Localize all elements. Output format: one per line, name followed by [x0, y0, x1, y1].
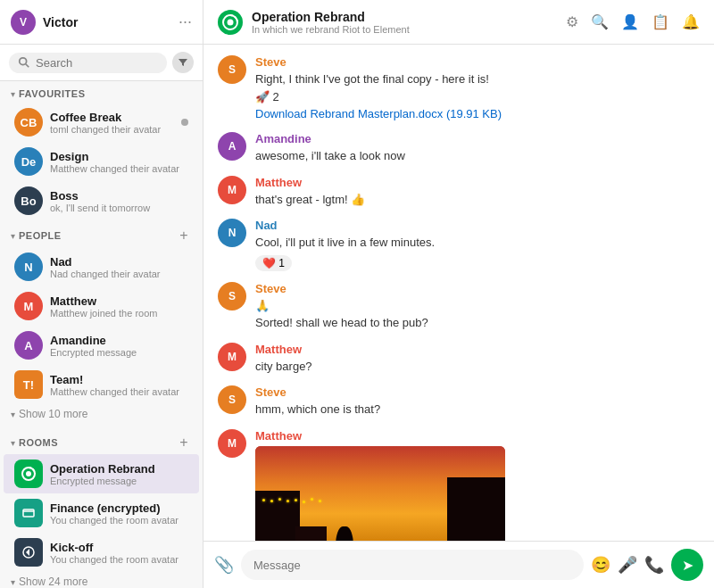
room-name: Design: [50, 150, 188, 163]
avatar: V: [11, 10, 36, 35]
send-icon: ➤: [682, 557, 693, 574]
emoji-icon[interactable]: 😊: [591, 555, 610, 575]
room-info: Coffee Break toml changed their avatar: [50, 111, 181, 135]
chat-messages: S Steve Right, I think I've got the fina…: [203, 45, 714, 541]
room-preview: Matthew changed their avatar: [50, 163, 188, 174]
svg-point-7: [228, 19, 234, 25]
user-header: V Victor ···: [0, 0, 203, 45]
file-link[interactable]: Download Rebrand Masterplan.docx (19.91 …: [255, 107, 502, 120]
show-more-people-label: Show 10 more: [19, 408, 87, 420]
message-image[interactable]: [255, 446, 505, 542]
list-item[interactable]: Kick-off You changed the room avatar: [4, 533, 199, 572]
avatar: [14, 460, 43, 488]
msg-text: Sorted! shall we head to the pub?: [255, 314, 700, 332]
msg-sender: Matthew: [255, 343, 700, 356]
msg-body: Matthew city barge?: [255, 343, 700, 376]
search-chat-icon[interactable]: 🔍: [591, 13, 609, 30]
list-item[interactable]: A Amandine Encrypted message: [4, 326, 199, 365]
files-icon[interactable]: 📋: [652, 13, 669, 30]
room-info: Operation Rebrand Encrypted message: [50, 462, 188, 486]
room-name: Matthew: [50, 294, 188, 308]
message-input[interactable]: [253, 559, 571, 572]
voice-message-icon[interactable]: 🎤: [618, 555, 637, 575]
list-item[interactable]: Operation Rebrand Encrypted message: [4, 454, 199, 493]
room-name: Nad: [50, 255, 188, 269]
avatar: M: [14, 292, 43, 320]
notifications-icon[interactable]: 🔔: [682, 13, 700, 30]
room-preview: toml changed their avatar: [50, 124, 181, 135]
avatar: S: [218, 282, 246, 311]
favourites-section-header[interactable]: ▾ FAVOURITES: [0, 81, 203, 103]
username: Victor: [43, 15, 178, 29]
avatar: M: [218, 176, 246, 204]
search-filter-button[interactable]: [172, 52, 194, 73]
chat-room-info: Operation Rebrand In which we rebrand Ri…: [252, 10, 566, 35]
rooms-label: ROOMS: [19, 437, 176, 448]
rebrand-icon: [21, 466, 37, 482]
msg-text: awesome, i'll take a look now: [255, 147, 700, 165]
table-row: M Matthew: [218, 429, 700, 542]
finance-icon: [21, 506, 36, 520]
msg-text: 🚀 2: [255, 88, 700, 106]
settings-icon[interactable]: ⚙: [566, 13, 578, 30]
chat-room-subtitle: In which we rebrand Riot to Element: [252, 24, 566, 35]
operation-rebrand-icon: [221, 13, 239, 31]
add-room-button[interactable]: +: [176, 435, 192, 451]
svg-rect-4: [23, 509, 34, 517]
avatar: CB: [14, 108, 43, 137]
list-item[interactable]: Bo Boss ok, I'll send it tomorrow: [4, 181, 199, 220]
room-info: Amandine Encrypted message: [50, 334, 188, 358]
unread-badge: [181, 119, 188, 126]
search-input[interactable]: [36, 56, 158, 70]
msg-body: Nad Cool, i'll put it live in a few minu…: [255, 219, 700, 271]
avatar: M: [218, 343, 246, 371]
list-item[interactable]: M Matthew Matthew joined the room: [4, 286, 199, 326]
list-item[interactable]: Finance (encrypted) You changed the room…: [4, 493, 199, 533]
left-panel: V Victor ··· ▾ FAVOURITES CB Cof: [0, 0, 203, 588]
msg-sender: Nad: [255, 219, 700, 232]
room-preview: You changed the room avatar: [50, 515, 188, 526]
room-name: Amandine: [50, 334, 188, 347]
reaction-badge[interactable]: ❤️ 1: [255, 255, 292, 271]
chat-input-bar: 📎 😊 🎤 📞 ➤: [203, 541, 714, 588]
room-info: Kick-off You changed the room avatar: [50, 541, 188, 565]
msg-body: Steve 🙏 Sorted! shall we head to the pub…: [255, 282, 700, 332]
people-label: PEOPLE: [19, 230, 176, 241]
show-more-rooms[interactable]: ▾ Show 24 more: [0, 572, 203, 588]
list-item[interactable]: CB Coffee Break toml changed their avata…: [4, 103, 199, 142]
room-preview: You changed the room avatar: [50, 554, 188, 565]
room-name: Kick-off: [50, 541, 188, 554]
rooms-section-header[interactable]: ▾ ROOMS +: [0, 427, 203, 454]
avatar: De: [14, 147, 43, 176]
attach-icon[interactable]: 📎: [214, 555, 234, 575]
msg-text: Cool, i'll put it live in a few minutes.: [255, 234, 700, 252]
room-preview: Matthew changed their avatar: [50, 386, 188, 397]
add-person-button[interactable]: +: [176, 228, 192, 244]
people-chevron-icon: ▾: [11, 231, 15, 241]
message-input-wrap: [241, 550, 584, 580]
room-preview: Nad changed their avatar: [50, 269, 188, 279]
chevron-down-icon: ▾: [11, 410, 15, 419]
room-avatar: [218, 10, 243, 35]
svg-line-1: [26, 64, 29, 68]
list-item[interactable]: N Nad Nad changed their avatar: [4, 247, 199, 286]
list-item[interactable]: T! Team! Matthew changed their avatar: [4, 365, 199, 404]
room-name: Team!: [50, 373, 188, 386]
chevron-down-icon: ▾: [11, 577, 15, 587]
user-menu-button[interactable]: ···: [178, 12, 192, 31]
send-button[interactable]: ➤: [671, 549, 703, 581]
rooms-chevron-icon: ▾: [11, 438, 15, 448]
room-info: Finance (encrypted) You changed the room…: [50, 501, 188, 526]
list-item[interactable]: De Design Matthew changed their avatar: [4, 142, 199, 181]
sidebar-scroll: ▾ FAVOURITES CB Coffee Break toml change…: [0, 81, 203, 588]
members-icon[interactable]: 👤: [621, 13, 639, 30]
image-content: [255, 446, 505, 542]
people-list: N Nad Nad changed their avatar M Matthew…: [0, 247, 203, 404]
phone-icon[interactable]: 📞: [644, 555, 664, 575]
msg-body: Steve Right, I think I've got the final …: [255, 55, 700, 121]
msg-text: that's great - lgtm! 👍: [255, 191, 700, 209]
msg-body: Matthew: [255, 429, 700, 542]
people-section-header[interactable]: ▾ PEOPLE +: [0, 220, 203, 247]
show-more-people[interactable]: ▾ Show 10 more: [0, 404, 203, 427]
chat-room-name: Operation Rebrand: [252, 10, 566, 24]
